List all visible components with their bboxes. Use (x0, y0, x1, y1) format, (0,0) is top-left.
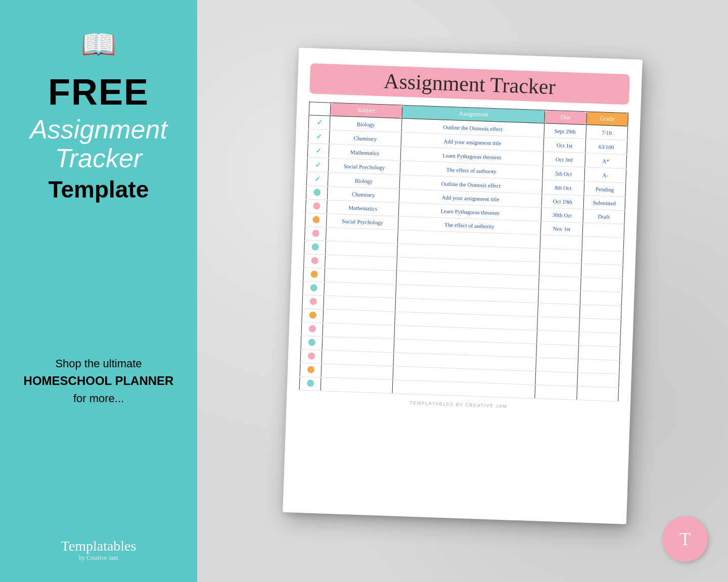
grade-cell (580, 291, 622, 306)
due-cell (539, 276, 581, 291)
free-label: FREE (48, 74, 149, 110)
check-cell (302, 295, 324, 309)
dot-teal (313, 189, 321, 196)
pink-badge: T (662, 516, 708, 562)
dot-pink (311, 257, 318, 264)
due-cell: Nov 1st (540, 221, 582, 236)
grade-cell: A- (584, 167, 626, 183)
grade-cell (582, 236, 624, 252)
shop-text: Shop the ultimate HOMESCHOOL PLANNER for… (24, 355, 174, 407)
grade-cell: Submitted (583, 196, 625, 211)
grade-cell (580, 277, 622, 293)
th-due: Due (544, 110, 586, 125)
dot-teal (311, 244, 318, 251)
dot-teal (307, 379, 314, 386)
check-cell: ✓ (307, 158, 329, 172)
due-cell: Oct 3rd (543, 152, 585, 167)
grade-cell (578, 332, 620, 347)
left-middle-section: Shop the ultimate HOMESCHOOL PLANNER for… (15, 335, 182, 407)
dot-pink (307, 352, 314, 359)
dot-teal (308, 338, 315, 346)
grade-cell (582, 223, 624, 238)
checkmark-icon: ✓ (315, 147, 322, 155)
grade-cell (581, 264, 623, 279)
check-cell (303, 281, 325, 295)
dot-pink (308, 325, 315, 332)
due-cell: 30th Oct (541, 208, 583, 223)
due-cell: Oct 19th (541, 194, 583, 209)
check-cell (303, 268, 325, 282)
due-cell (536, 344, 578, 359)
due-cell (535, 371, 577, 386)
grade-cell (577, 373, 619, 388)
check-cell: ✓ (307, 143, 329, 158)
check-cell (304, 254, 326, 268)
left-bottom-section: Templatables by Creative Jam (15, 538, 182, 562)
check-cell: ✓ (308, 129, 330, 144)
left-top-section: 📖 FREE Assignment Tracker Template (30, 30, 167, 203)
due-cell: 5th Oct (542, 166, 584, 181)
grade-cell: 7/10 (585, 125, 627, 140)
left-panel: 📖 FREE Assignment Tracker Template Shop … (0, 0, 197, 582)
dot-orange (310, 270, 317, 277)
checkmark-icon: ✓ (316, 133, 323, 140)
due-cell: Sept 29th (544, 123, 586, 139)
check-cell (305, 213, 327, 227)
brand-logo: Templatables by Creative Jam (61, 538, 136, 562)
dot-pink (312, 230, 319, 237)
due-cell (536, 358, 578, 373)
book-icon: 📖 (81, 30, 116, 59)
template-label: Template (49, 176, 149, 203)
check-cell (302, 308, 324, 322)
grade-cell (576, 386, 618, 402)
checkmark-icon: ✓ (315, 161, 322, 169)
dot-orange (312, 216, 320, 223)
due-cell: 8th Oct (542, 180, 584, 196)
subject-cell (321, 377, 392, 394)
due-cell (538, 303, 580, 318)
right-panel: Assignment Tracker ✓ Subject Assignment … (197, 0, 728, 582)
grade-cell: Draft (583, 209, 625, 224)
due-cell (539, 249, 581, 264)
th-grade: Grade (586, 112, 628, 126)
check-cell: ✓ (308, 115, 330, 130)
dot-orange (309, 311, 316, 318)
check-cell: ✓ (306, 172, 328, 186)
grade-cell: A* (584, 153, 626, 169)
tracker-table: ✓ Subject Assignment Due Grade (299, 102, 629, 402)
grade-cell: Pending (583, 181, 625, 197)
grade-cell (579, 305, 621, 320)
check-cell (300, 349, 322, 363)
dot-orange (307, 366, 314, 373)
due-cell (538, 289, 580, 305)
left-assignment-title: Assignment Tracker (30, 115, 167, 173)
due-cell (540, 235, 582, 250)
check-cell (301, 322, 323, 336)
check-cell (304, 240, 326, 255)
check-cell (306, 186, 328, 200)
grade-cell: 63/100 (585, 139, 627, 155)
grade-cell (578, 346, 620, 361)
due-cell (535, 385, 577, 400)
dot-pink (313, 203, 320, 210)
due-cell (537, 330, 579, 346)
due-cell (539, 262, 581, 277)
checkmark-icon: ✓ (316, 119, 323, 126)
tracker-table-body: ✓BiologyOutline the Osmosis effectSept 2… (299, 115, 628, 402)
tracker-title: Assignment Tracker (309, 63, 630, 105)
grade-cell (579, 318, 621, 333)
dot-teal (310, 284, 317, 291)
checkmark-icon: ✓ (314, 175, 321, 183)
th-check: ✓ (309, 102, 331, 116)
check-cell (304, 227, 326, 241)
due-cell (537, 317, 579, 332)
grade-cell (577, 359, 619, 374)
dot-pink (309, 298, 316, 305)
check-cell (301, 335, 323, 350)
check-cell (299, 376, 321, 391)
check-cell (300, 363, 322, 377)
due-cell: Oct 1st (543, 137, 585, 153)
check-cell (305, 200, 327, 214)
grade-cell (581, 250, 623, 265)
tracker-paper: Assignment Tracker ✓ Subject Assignment … (283, 47, 643, 524)
